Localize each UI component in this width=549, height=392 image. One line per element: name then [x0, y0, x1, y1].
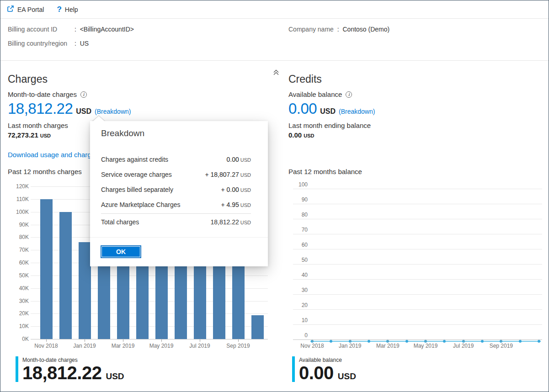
- collapse-chevron-icon[interactable]: [272, 69, 280, 77]
- y-tick-label: 80: [288, 211, 309, 218]
- x-tick: [312, 340, 313, 342]
- ea-portal-link[interactable]: EA Portal: [7, 5, 44, 14]
- download-usage-link[interactable]: Download usage and charges: [8, 151, 98, 159]
- mtd-charges-label-row: Month-to-date charges i: [8, 90, 87, 98]
- ea-portal-label: EA Portal: [17, 6, 44, 13]
- balance-summary-card: Available balance 0.00 USD: [292, 356, 356, 382]
- company-name-value: Contoso (Demo): [343, 26, 390, 33]
- x-tick-label: Jul 2019: [181, 343, 218, 349]
- mtd-info-icon[interactable]: i: [80, 91, 87, 98]
- breakdown-row-currency: USD: [240, 157, 251, 163]
- billing-country-row: Billing country/region: US: [8, 40, 89, 47]
- summary-mtd-label: Month-to-date charges: [22, 357, 124, 363]
- y-tick-label: 30K: [8, 297, 31, 305]
- last-month-balance-value-row: 0.00USD: [288, 131, 314, 139]
- charges-chart-title: Past 12 months charges: [8, 168, 82, 175]
- ea-billing-overview-page: EA Portal ? Help Billing account ID: <Bi…: [0, 0, 549, 392]
- breakdown-dialog: Breakdown Charges against credits0.00USD…: [90, 121, 268, 266]
- summary-accent-bar: [16, 356, 18, 382]
- breakdown-total-value: 18,812.22USD: [210, 218, 251, 226]
- y-tick-label: 30: [288, 286, 309, 294]
- y-tick-label: 100: [288, 181, 309, 188]
- summary-balance-value: 0.00: [299, 363, 334, 382]
- last-month-balance-currency: USD: [304, 133, 314, 138]
- breakdown-row: Service overage charges+ 18,807.27USD: [101, 171, 251, 186]
- summary-mtd-value: 18,812.22: [22, 363, 101, 382]
- available-balance-label-row: Available balance i: [288, 90, 352, 98]
- mtd-charges-value: 18,812.22: [8, 100, 73, 117]
- last-month-balance-value: 0.00: [288, 131, 302, 139]
- company-name-row: Company name: Contoso (Demo): [288, 26, 389, 33]
- breakdown-row-value: + 0.00USD: [221, 186, 251, 193]
- breakdown-row-currency: USD: [240, 202, 251, 208]
- y-tick-label: 120K: [8, 183, 31, 190]
- x-tick-label: Nov 2018: [294, 343, 330, 349]
- x-tick: [464, 340, 464, 342]
- x-tick: [123, 339, 123, 342]
- breakdown-row-label: Azure Marketplace Charges: [101, 201, 181, 208]
- chart-bar: [40, 199, 53, 339]
- balance-info-icon[interactable]: i: [346, 91, 352, 98]
- x-tick-label: Jan 2019: [332, 343, 368, 349]
- last-month-charges-currency: USD: [40, 133, 51, 138]
- x-tick: [46, 339, 47, 342]
- breakdown-total-label: Total charges: [101, 218, 139, 226]
- gridline: [293, 279, 542, 280]
- breakdown-row: Charges billed separately+ 0.00USD: [101, 186, 251, 201]
- breakdown-row-label: Charges billed separately: [101, 186, 173, 193]
- gridline: [293, 249, 542, 249]
- y-tick-label: 60K: [8, 259, 31, 266]
- external-link-icon: [7, 5, 14, 14]
- x-tick: [350, 340, 351, 342]
- x-tick: [388, 340, 388, 342]
- breakdown-total-row: Total charges 18,812.22USD: [101, 218, 251, 226]
- breakdown-dialog-title: Breakdown: [101, 128, 144, 138]
- gridline: [11, 339, 268, 339]
- breakdown-row: Azure Marketplace Charges+ 4.95USD: [101, 201, 251, 216]
- data-point-marker: [538, 340, 540, 343]
- y-tick-label: 90K: [8, 221, 31, 228]
- breakdown-divider: [101, 213, 251, 214]
- summary-mtd-currency: USD: [106, 371, 124, 381]
- gridline: [293, 189, 542, 189]
- company-name-label: Company name: [288, 26, 334, 33]
- y-tick-label: 0K: [8, 335, 31, 343]
- y-tick-label: 20K: [8, 310, 31, 317]
- y-tick-label: 80K: [8, 233, 31, 241]
- x-tick-label: Sep 2019: [220, 343, 256, 349]
- help-link[interactable]: ? Help: [57, 5, 78, 13]
- y-tick-label: 90: [288, 196, 309, 203]
- chart-bar: [251, 315, 264, 339]
- y-tick-label: 40K: [8, 285, 31, 292]
- y-tick-label: 50K: [8, 272, 31, 279]
- credits-breakdown-link[interactable]: (Breakdown): [339, 108, 375, 115]
- y-tick-label: 70K: [8, 246, 31, 254]
- billing-country-value: US: [80, 40, 89, 47]
- help-icon: ?: [57, 5, 61, 13]
- y-tick-label: 40: [288, 271, 309, 279]
- breakdown-row-value: + 18,807.27USD: [205, 171, 251, 178]
- y-tick-label: 60: [288, 241, 309, 249]
- gridline: [293, 234, 542, 234]
- ok-button[interactable]: OK: [101, 245, 141, 258]
- breakdown-row-currency: USD: [240, 187, 251, 193]
- breakdown-row-value: + 4.95USD: [221, 201, 251, 208]
- mtd-charges-currency: USD: [76, 107, 91, 116]
- balance-line-chart: 0102030405060708090100Nov 2018Jan 2019Ma…: [288, 182, 544, 356]
- available-balance-label: Available balance: [288, 90, 342, 98]
- breakdown-row-label: Charges against credits: [101, 156, 168, 163]
- y-tick-label: 100K: [8, 208, 31, 216]
- breakdown-row-value: 0.00USD: [227, 156, 251, 163]
- y-tick-label: 20: [288, 302, 309, 309]
- charges-breakdown-link[interactable]: (Breakdown): [95, 108, 131, 115]
- billing-account-id-row: Billing account ID: <BillingAccountID>: [8, 26, 134, 33]
- billing-country-label: Billing country/region: [8, 40, 75, 47]
- x-tick: [426, 340, 426, 342]
- x-tick-label: Jul 2019: [445, 343, 482, 349]
- summary-balance-label: Available balance: [299, 357, 356, 363]
- available-balance-value-row: 0.00 USD (Breakdown): [288, 100, 375, 117]
- gridline: [293, 324, 542, 325]
- gridline: [293, 264, 542, 265]
- x-tick: [200, 339, 200, 342]
- last-month-charges-value-row: 72,273.21USD: [8, 131, 51, 139]
